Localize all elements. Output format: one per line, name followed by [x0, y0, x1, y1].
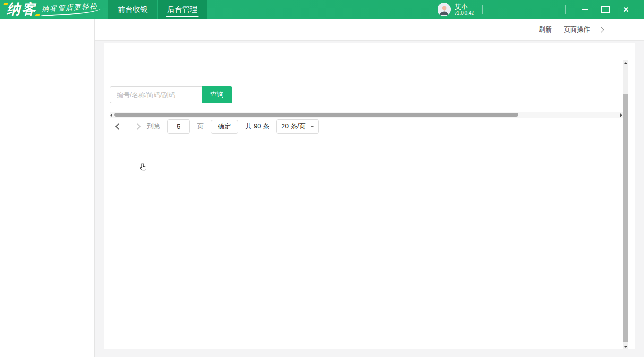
horizontal-scrollbar[interactable]: [110, 112, 623, 118]
horizontal-scrollbar-thumb[interactable]: [114, 113, 518, 117]
app-window: { "topbar": { "logo": "纳客", "tagline": "…: [0, 0, 644, 357]
stat-cards: [110, 60, 623, 82]
divider: [482, 5, 483, 14]
user-info[interactable]: 艾小 v1.0.0.42: [455, 3, 474, 16]
caret-down-icon: [310, 126, 314, 129]
lock-icon[interactable]: [519, 5, 529, 14]
scroll-down-arrow-icon[interactable]: [624, 346, 627, 348]
maximize-button[interactable]: [599, 3, 611, 16]
goto-page-input[interactable]: [167, 119, 190, 134]
scroll-left-arrow-icon[interactable]: [110, 113, 112, 117]
topbar: 纳客 纳客管店更轻松 前台收银后台管理 艾小 v1.0.0.42 ×: [0, 0, 644, 19]
app-tagline: 纳客管店更轻松: [40, 1, 101, 16]
divider: [565, 5, 566, 14]
page-size-value: 20 条/页: [281, 122, 305, 131]
vertical-scrollbar[interactable]: [623, 60, 628, 349]
total-count-label: 共 90 条: [245, 122, 269, 131]
scroll-up-arrow-icon[interactable]: [624, 62, 627, 64]
sidebar: [0, 19, 95, 357]
app-logo: 纳客: [0, 0, 41, 19]
goto-label: 到第: [147, 122, 160, 131]
scroll-right-arrow-icon[interactable]: [620, 113, 622, 117]
app-version: v1.0.0.42: [455, 10, 474, 16]
service-icon[interactable]: [498, 5, 507, 14]
next-page-button[interactable]: [135, 124, 140, 129]
chevron-right-icon[interactable]: [599, 27, 604, 32]
page-ops-button[interactable]: 页面操作: [561, 26, 590, 34]
topbar-nav: 前台收银后台管理: [108, 0, 207, 19]
minimize-button[interactable]: [578, 3, 591, 16]
user-name: 艾小: [455, 3, 474, 10]
pagination: 到第 页 确定 共 90 条 20 条/页: [110, 118, 623, 136]
page-ops-label: 页面操作: [564, 26, 590, 34]
page-size-select[interactable]: 20 条/页: [276, 119, 318, 134]
panel-subtabs: [104, 43, 635, 60]
prev-page-button[interactable]: [116, 124, 121, 129]
close-button[interactable]: ×: [620, 3, 632, 16]
avatar[interactable]: [438, 3, 451, 16]
topbar-right: 艾小 v1.0.0.42 ×: [438, 3, 644, 16]
confirm-page-button[interactable]: 确定: [211, 120, 238, 134]
content-panel: 查询 到第 页 确定 共 90 条: [104, 43, 635, 349]
refresh-label: 刷新: [539, 26, 552, 34]
vertical-scrollbar-thumb[interactable]: [623, 94, 628, 342]
download-icon[interactable]: [541, 5, 550, 14]
search-input[interactable]: [114, 91, 202, 99]
query-button[interactable]: 查询: [202, 86, 232, 103]
topnav-front-cashier[interactable]: 前台收银: [108, 0, 157, 19]
tabbar-actions: 刷新 页面操作: [536, 26, 644, 34]
topnav-backend-manage[interactable]: 后台管理: [158, 0, 207, 19]
page-unit-label: 页: [197, 122, 204, 131]
refresh-button[interactable]: 刷新: [536, 26, 552, 34]
search-row: 查询: [110, 86, 623, 103]
search-box: [110, 86, 202, 103]
tabbar: 刷新 页面操作: [95, 19, 644, 41]
